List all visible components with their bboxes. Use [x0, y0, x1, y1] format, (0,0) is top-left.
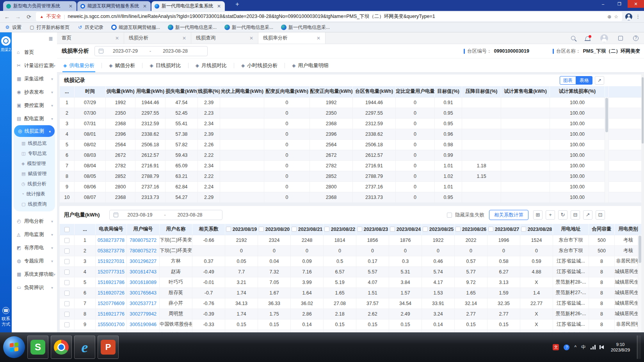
chart-view-button[interactable]: 图表	[560, 76, 576, 85]
contact-widget[interactable]: ☎ 联系 方式	[0, 307, 12, 327]
user-no-link[interactable]: 3002537717	[127, 298, 160, 309]
row-checkbox[interactable]	[64, 322, 69, 327]
column-settings-icon[interactable]: ⊞	[533, 210, 543, 220]
sidebar-submenu-item[interactable]: ▢ 线损查询	[14, 199, 55, 209]
browser-tab[interactable]: 新型电力负荷管理系统 ✕	[3, 1, 76, 11]
security-warning-text[interactable]: 不安全	[46, 13, 61, 20]
taskbar-powerpoint-button[interactable]: P	[98, 335, 119, 359]
subtab[interactable]: 赋值分析	[108, 59, 136, 72]
address-bar[interactable]: ▲ 不安全 | neweic.js.sgcc.com.cn/#/llm/line…	[36, 12, 622, 21]
tab-close-icon[interactable]: ✕	[249, 35, 253, 41]
date-col-checkbox[interactable]	[521, 227, 526, 232]
new-tab-button[interactable]: +	[233, 1, 242, 8]
browser-profile-avatar[interactable]	[625, 13, 632, 20]
date-col-checkbox[interactable]	[226, 227, 231, 232]
maximize-button[interactable]: ❐	[611, 0, 628, 8]
date-col-checkbox[interactable]	[488, 227, 493, 232]
subtab[interactable]: 用户电量明细	[291, 59, 329, 72]
bookmark-item[interactable]: ↺ 历史记录	[77, 24, 103, 31]
refresh-icon[interactable]: ↻	[558, 210, 568, 220]
bookmark-star-icon[interactable]: ☆	[614, 14, 618, 20]
row-checkbox[interactable]	[64, 259, 69, 264]
help-icon[interactable]: ?	[633, 35, 639, 41]
bookmark-item[interactable]: 能源互联网营销服...	[111, 24, 160, 31]
app-tab[interactable]: 线损分析 ✕	[124, 32, 191, 44]
sidebar-item[interactable]: ▤ 配电监测 ▾	[12, 112, 57, 125]
subtab[interactable]: 供电量分析	[62, 59, 95, 72]
user-no-link[interactable]: 3001614743	[127, 266, 160, 277]
taskbar-clock[interactable]: 9:10 2023/8/29	[608, 342, 632, 353]
sidebar-submenu-item[interactable]: ▥ 线损总览	[14, 138, 55, 148]
row-checkbox[interactable]	[64, 270, 69, 275]
user-no-link[interactable]: 7808075272	[127, 235, 160, 245]
correlation-calc-button[interactable]: 相关系数计算	[489, 210, 528, 220]
bookmark-item[interactable]: 新一代用电信息采...	[168, 24, 217, 31]
sidebar-submenu-item[interactable]: ◫ 专职总览	[14, 148, 55, 158]
user-no-link[interactable]: 3001618089	[127, 277, 160, 287]
user-date-range-picker[interactable]: 2023-08-19 - 2023-08-28	[109, 210, 222, 220]
forward-button[interactable]: →	[14, 14, 22, 20]
meter-no-link[interactable]: 1516920726	[96, 287, 127, 298]
app-tab[interactable]: 线损查询 ✕	[191, 32, 258, 44]
browser-tab[interactable]: 能源互联网营销服务系统 ✕	[77, 1, 151, 11]
show-desktop-button[interactable]	[637, 335, 641, 359]
sidebar-collapse-icon[interactable]: ≣	[48, 35, 53, 42]
user-no-link[interactable]: 3002779942	[127, 309, 160, 319]
date-range-picker[interactable]: 2023-07-29 - 2023-08-28	[94, 46, 208, 56]
sidebar-item[interactable]: ⌂ 首页	[12, 46, 57, 59]
meter-no-link[interactable]: 1516921786	[96, 277, 127, 287]
reload-button[interactable]: ⟳	[25, 14, 33, 20]
scrollbar-thumb[interactable]	[605, 98, 608, 132]
date-col-checkbox[interactable]	[292, 227, 297, 232]
bookmark-item[interactable]: 新一代用电信息采...	[224, 24, 273, 31]
fullscreen-table-icon[interactable]: ⊡	[596, 210, 605, 220]
sidebar-item-line-loss-monitoring[interactable]: ◎ 线损监测 ▴	[14, 125, 55, 137]
date-col-checkbox[interactable]	[423, 227, 428, 232]
scrollbar-thumb[interactable]	[642, 77, 644, 144]
sidebar-item[interactable]: ▦ 采集运维 ▾	[12, 72, 57, 85]
sidebar-submenu-item[interactable]: ◷ 线损分析	[14, 179, 55, 189]
date-col-checkbox[interactable]	[455, 227, 461, 232]
bookmark-item[interactable]: 新一代用电信息采...	[281, 24, 330, 31]
user-avatar[interactable]	[600, 34, 608, 42]
tab-close-icon[interactable]: ✕	[68, 4, 73, 9]
notification-bell-icon[interactable]	[585, 36, 590, 40]
scrollbar-thumb[interactable]	[639, 236, 641, 263]
date-col-checkbox[interactable]	[259, 227, 264, 232]
bookmark-item[interactable]: ⚙ 设置	[5, 24, 21, 31]
meter-no-link[interactable]: 0538273778	[96, 245, 127, 256]
date-col-checkbox[interactable]	[357, 227, 362, 232]
sidebar-item[interactable]: ◉ 抄表发布 ▾	[12, 85, 57, 99]
sidebar-item[interactable]: ◩ 有序用电 ▾	[12, 241, 57, 254]
sidebar-item[interactable]: ◍ 专题应用 ▾	[12, 254, 57, 268]
export-icon[interactable]: ↗	[583, 210, 592, 220]
date-col-checkbox[interactable]	[324, 227, 329, 232]
meter-no-link[interactable]: 1555001700	[96, 319, 127, 330]
minimize-button[interactable]: –	[595, 0, 611, 8]
sidebar-item[interactable]: ◴ 用电分析 ▾	[12, 215, 57, 228]
meter-no-link[interactable]: 0538273778	[96, 235, 127, 245]
tab-close-icon[interactable]: ✕	[216, 4, 222, 9]
fullscreen-icon[interactable]	[618, 36, 623, 41]
language-indicator[interactable]: 中	[581, 344, 586, 351]
search-icon[interactable]	[571, 36, 575, 40]
records-table-scrollbar[interactable]	[605, 97, 608, 202]
bookmark-item[interactable]: ▢ 打开新的标签页	[29, 24, 69, 31]
tab-close-icon[interactable]: ✕	[115, 35, 119, 41]
meter-no-link[interactable]: 1520776609	[96, 298, 127, 309]
ime-icon[interactable]: 文	[553, 344, 559, 350]
page-scrollbar[interactable]	[641, 73, 644, 332]
volume-icon[interactable]	[601, 345, 604, 349]
url-text[interactable]: neweic.js.sgcc.com.cn/#/llm/line/LineRat…	[68, 13, 605, 20]
sidebar-submenu-item[interactable]: ▤ 赋值管理	[14, 169, 55, 179]
subtab[interactable]: 日线损对比	[149, 59, 181, 72]
row-checkbox[interactable]	[64, 301, 69, 306]
sidebar-item[interactable]: ▦ 系统支撑功能 ▾	[12, 268, 57, 281]
tray-expand-icon[interactable]: ^	[574, 344, 576, 350]
subtab[interactable]: 小时线损分析	[240, 59, 278, 72]
tab-close-icon[interactable]: ✕	[182, 35, 186, 41]
hide-failed-label[interactable]: 隐藏采集失败	[455, 212, 484, 218]
date-col-checkbox[interactable]	[390, 227, 395, 232]
tab-close-icon[interactable]: ✕	[142, 4, 148, 9]
taskbar-chrome-button[interactable]	[51, 335, 72, 359]
